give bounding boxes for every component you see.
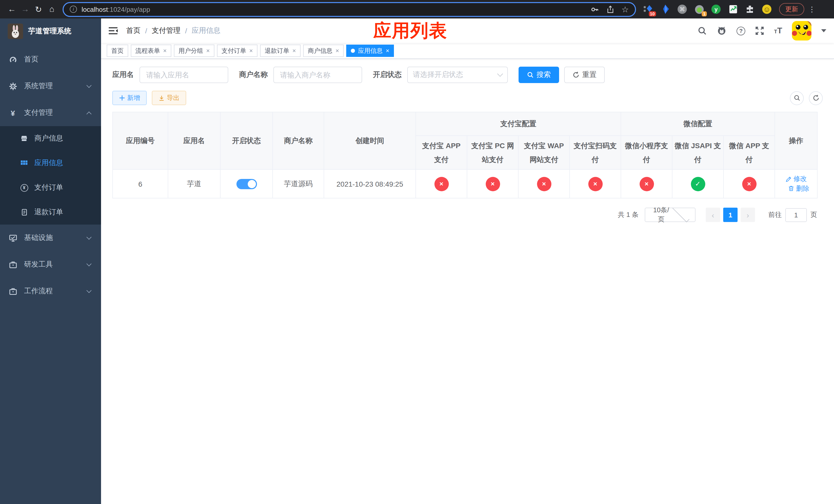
github-icon[interactable] [717,26,727,36]
close-icon[interactable]: × [163,48,167,54]
tab-merchant-info[interactable]: 商户信息× [303,45,344,57]
help-icon[interactable]: ? [737,26,745,35]
col-group-wechat: 微信配置 [621,112,775,136]
address-bar[interactable]: i localhost:1024/pay/app ☆ [63,2,636,17]
sidebar-item-system[interactable]: 系统管理 [0,73,101,99]
tab-app-info[interactable]: 应用信息× [346,45,394,57]
extension-recorder-icon[interactable]: 1 [694,4,704,14]
sidebar-item-infrastructure[interactable]: 基础设施 [0,225,101,251]
sidebar-logo[interactable]: 芋道管理系统 [0,19,101,44]
search-icon[interactable] [698,26,707,36]
sidebar-item-label: 系统管理 [24,82,53,91]
goto-prefix: 前往 [768,210,782,220]
cell-status [220,169,272,198]
delete-link[interactable]: 删除 [788,184,809,193]
reset-button[interactable]: 重置 [564,67,605,83]
site-info-icon[interactable]: i [70,6,77,13]
breadcrumb-separator: / [145,27,147,35]
browser-home-button[interactable]: ⌂ [45,3,59,16]
sidebar-item-dev-tools[interactable]: 研发工具 [0,251,101,278]
sidebar-menu: 首页 系统管理 ¥ 支付管理 [0,46,101,304]
browser-forward-button[interactable]: → [19,3,32,16]
breadcrumb-current: 应用信息 [192,26,221,36]
status-icon: × [588,177,602,191]
status-select[interactable]: 请选择开启状态 [407,67,508,83]
bookmark-star-icon[interactable]: ☆ [621,4,629,14]
page-title: 应用列表 [373,19,447,43]
add-button[interactable]: 新增 [112,91,147,105]
extension-kite-icon[interactable] [660,4,671,14]
edit-link[interactable]: 修改 [785,174,807,184]
tab-pay-order[interactable]: 支付订单× [217,45,258,57]
extension-green-circle-icon[interactable]: y [711,4,721,14]
chevron-down-icon [673,205,689,222]
close-icon[interactable]: × [386,48,389,54]
page-size-select[interactable]: 10条/页 [645,208,696,222]
col-alipay-qr: 支付宝扫码支付 [570,136,621,169]
search-button[interactable]: 搜索 [519,67,559,83]
breadcrumb-section[interactable]: 支付管理 [152,26,180,36]
sidebar-item-label: 应用信息 [35,158,63,168]
sidebar-item-home[interactable]: 首页 [0,46,101,73]
fullscreen-icon[interactable] [755,26,764,36]
tab-refund-order[interactable]: 退款订单× [260,45,301,57]
browser-reload-button[interactable]: ↻ [32,3,45,16]
page-number-button[interactable]: 1 [723,208,738,222]
share-icon[interactable] [606,5,614,14]
extension-badge: 1 [702,11,707,17]
status-icon: × [434,177,448,191]
close-icon[interactable]: × [206,48,210,54]
tab-user-group[interactable]: 用户分组× [174,45,214,57]
app-name-input[interactable] [139,67,228,83]
show-search-button[interactable] [790,91,804,105]
cell-wx-jsapi: ✓ [672,169,723,198]
app-name-label: 应用名 [112,70,134,79]
refresh-button[interactable] [809,91,823,105]
goto-page-input[interactable] [785,208,807,222]
store-icon [19,134,29,142]
next-page-button[interactable]: › [741,208,755,222]
cell-wx-app: × [723,169,775,198]
url-path: :1024/pay/app [108,5,150,13]
status-toggle[interactable] [236,179,257,189]
tab-home[interactable]: 首页 [107,45,128,57]
close-icon[interactable]: × [335,48,339,54]
caret-down-icon[interactable] [821,29,826,32]
sidebar-item-merchant-info[interactable]: 商户信息 [0,126,101,151]
extensions-puzzle-icon[interactable] [745,4,755,14]
merchant-name-label: 商户名称 [239,70,268,79]
col-alipay-wap: 支付宝 WAP 网站支付 [518,136,570,169]
status-icon: × [639,177,654,191]
chevron-down-icon [497,71,503,77]
browser-back-button[interactable]: ← [5,3,19,16]
browser-update-button[interactable]: 更新 [779,3,804,15]
breadcrumb-home[interactable]: 首页 [126,26,140,36]
extensions-row: 10 ⌘ 1 y ☺ [643,4,772,14]
avatar[interactable] [792,21,811,41]
prev-page-button[interactable]: ‹ [706,208,720,222]
font-size-icon[interactable]: TT [774,26,782,36]
export-button[interactable]: 导出 [152,91,186,105]
sidebar-item-workflow[interactable]: 工作流程 [0,278,101,304]
col-app-id: 应用编号 [113,112,168,169]
merchant-name-input[interactable] [273,67,362,83]
close-icon[interactable]: × [249,48,253,54]
sidebar-item-pay-order[interactable]: ¥ 支付订单 [0,175,101,200]
sidebar-item-app-info[interactable]: 应用信息 [0,151,101,175]
extension-chart-doc-icon[interactable] [728,4,738,14]
extension-emoji-icon[interactable]: ☺ [762,4,772,14]
browser-menu-icon[interactable]: ⋮ [808,5,815,13]
cell-alipay-qr: × [570,169,621,198]
close-icon[interactable]: × [292,48,296,54]
sidebar-item-payment[interactable]: ¥ 支付管理 [0,99,101,126]
extension-command-icon[interactable]: ⌘ [677,4,687,14]
sidebar-collapse-icon[interactable] [109,27,118,35]
chevron-down-icon [86,83,91,88]
cell-wx-mini: × [621,169,672,198]
tab-process-form[interactable]: 流程表单× [131,45,171,57]
sidebar-item-refund-order[interactable]: 退款订单 [0,200,101,225]
key-icon[interactable] [590,5,599,14]
status-icon: ✓ [690,177,705,191]
chevron-down-icon [86,261,91,266]
extension-blue-diamond-icon[interactable]: 10 [643,4,654,14]
